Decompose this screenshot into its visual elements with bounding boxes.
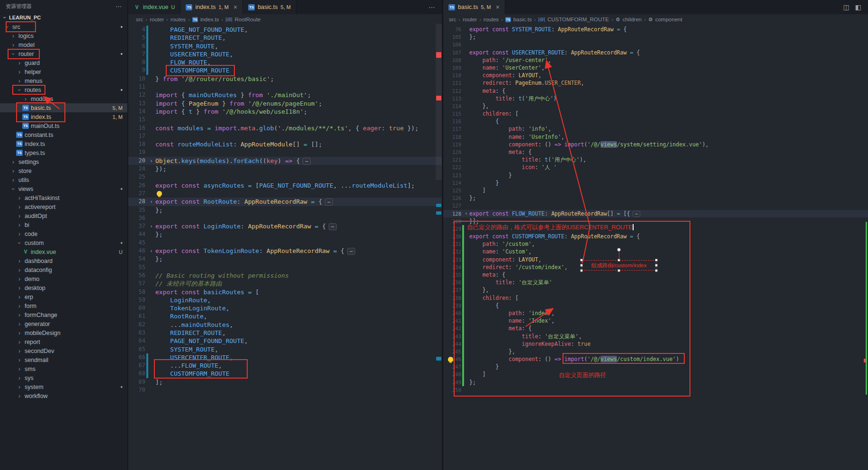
folded-code-badge[interactable]: ⋯ <box>329 223 337 230</box>
lightbulb-icon[interactable] <box>448 357 453 362</box>
folder-activereport[interactable]: ›activereport <box>0 202 127 211</box>
folder-utils[interactable]: ›utils <box>0 175 127 184</box>
tab-basic.ts[interactable]: TSbasic.ts5, M× <box>443 0 505 14</box>
chevron-right-icon: › <box>16 258 23 264</box>
line-number: 124 <box>443 179 461 187</box>
lightbulb-icon[interactable] <box>157 191 162 196</box>
breadcrumb-item[interactable]: src <box>136 17 143 22</box>
folded-code-badge[interactable]: ⋯ <box>303 158 311 165</box>
folder-code[interactable]: ›code <box>0 229 127 238</box>
breadcrumb-item[interactable]: routes <box>170 17 186 22</box>
line-number: 10 <box>128 75 145 83</box>
folded-code-badge[interactable]: ⋯ <box>325 199 333 206</box>
folder-views[interactable]: ›views● <box>0 184 127 193</box>
breadcrumb-item[interactable]: routes <box>483 17 499 22</box>
folder-settings[interactable]: ›settings <box>0 157 127 166</box>
fold-chevron-icon[interactable]: › <box>148 222 154 230</box>
file-index.ts[interactable]: TSindex.ts1, M <box>0 112 127 121</box>
folder-sms[interactable]: ›sms <box>0 364 127 373</box>
breadcrumb-item[interactable]: src <box>449 17 456 22</box>
folder-store[interactable]: ›store <box>0 166 127 175</box>
folder-custom[interactable]: ›custom● <box>0 238 127 247</box>
close-icon[interactable]: × <box>233 3 237 11</box>
breadcrumb-item[interactable]: index.ts <box>200 17 219 22</box>
breadcrumb-item[interactable]: CUSTOMFORM_ROUTE <box>547 17 609 22</box>
tab-basic.ts[interactable]: TSbasic.ts5, M <box>243 0 296 14</box>
folder-generator[interactable]: ›generator <box>0 319 127 328</box>
breadcrumb-item[interactable]: children <box>623 17 642 22</box>
breadcrumb-item[interactable]: RootRoute <box>235 17 261 22</box>
file-basic.ts[interactable]: TSbasic.ts5, M <box>0 103 127 112</box>
line-number: 234 <box>443 263 461 271</box>
line-number: 249 <box>443 379 461 386</box>
folder-desktop[interactable]: ›desktop <box>0 283 127 292</box>
code-editor-left[interactable]: 4 PAGE_NOT_FOUND_ROUTE,5 REDIRECT_ROUTE,… <box>128 25 442 470</box>
folder-sys[interactable]: ›sys <box>0 373 127 382</box>
fold-chevron-icon[interactable]: › <box>148 247 154 255</box>
breadcrumb-item[interactable]: router <box>463 17 477 22</box>
git-gutter-mark <box>462 79 464 87</box>
breadcrumb-item[interactable]: component <box>655 17 682 22</box>
fold-chevron-icon[interactable]: › <box>464 210 468 217</box>
code-editor-right[interactable]: 76export const SYSTEM_ROUTE: AppRouteRec… <box>443 25 868 470</box>
views-and-more-actions-icon[interactable]: ⋯ <box>116 3 122 10</box>
folder-secondDev[interactable]: ›secondDev <box>0 346 127 355</box>
project-section-header[interactable]: › LEARUN_PC <box>0 12 127 22</box>
breadcrumb-item[interactable]: basic.ts <box>513 17 532 22</box>
folder-demo[interactable]: ›demo <box>0 274 127 283</box>
folder-src[interactable]: ›src● <box>0 22 127 31</box>
editor-layout-icon[interactable]: ◧ <box>855 3 861 11</box>
line-number: 4 <box>128 26 145 34</box>
folder-auditOpt[interactable]: ›auditOpt <box>0 211 127 220</box>
folder-routes[interactable]: ›routes● <box>0 85 127 94</box>
file-constant.ts[interactable]: TSconstant.ts <box>0 130 127 139</box>
fold-chevron-icon[interactable]: › <box>148 157 154 165</box>
close-icon[interactable]: × <box>496 3 500 11</box>
folder-helper[interactable]: ›helper <box>0 67 127 76</box>
folder-router[interactable]: ›router● <box>0 49 127 58</box>
folder-dataconfig[interactable]: ›dataconfig <box>0 265 127 274</box>
git-gutter-mark <box>146 255 148 263</box>
folder-modules[interactable]: ›modules <box>0 94 127 103</box>
symbol-property-icon: ⚙ <box>648 17 653 23</box>
folder-model[interactable]: ›model <box>0 40 127 49</box>
code-line-238: 238 children: [ <box>443 294 868 302</box>
folder-report[interactable]: ›report <box>0 337 127 346</box>
folder-formChange[interactable]: ›formChange <box>0 310 127 319</box>
code-line-15: 15 <box>128 116 442 124</box>
file-mainOut.ts[interactable]: TSmainOut.ts <box>0 121 127 130</box>
line-number: 24 <box>128 165 145 173</box>
folder-logics[interactable]: ›logics <box>0 31 127 40</box>
folded-code-badge[interactable]: ⋯ <box>347 248 355 255</box>
git-gutter-mark <box>146 116 148 124</box>
folder-erp[interactable]: ›erp <box>0 292 127 301</box>
tabbar-left: Vindex.vueUTSindex.ts1, M×TSbasic.ts5, M… <box>128 0 442 14</box>
folder-bi[interactable]: ›bi <box>0 220 127 229</box>
folder-system[interactable]: ›system● <box>0 382 127 391</box>
code-text: path: 'index', <box>469 309 555 317</box>
tab-index.vue[interactable]: Vindex.vueU <box>128 0 180 14</box>
folded-code-badge[interactable]: ⋯ <box>633 211 640 217</box>
item-label: sys <box>25 375 34 381</box>
git-gutter-mark <box>462 279 464 286</box>
chevron-right-icon: › <box>10 159 17 165</box>
tab-index.ts[interactable]: TSindex.ts1, M× <box>180 0 243 14</box>
fold-chevron-icon[interactable]: › <box>148 198 154 206</box>
split-editor-icon[interactable]: ◫ <box>843 3 850 11</box>
file-types.ts[interactable]: TStypes.ts <box>0 148 127 157</box>
git-gutter-mark <box>146 337 148 345</box>
folder-workflow[interactable]: ›workflow <box>0 391 127 400</box>
folder-guard[interactable]: ›guard <box>0 58 127 67</box>
breadcrumb-item[interactable]: router <box>150 17 164 22</box>
file-index.ts[interactable]: TSindex.ts <box>0 139 127 148</box>
code-text: }); <box>155 165 166 173</box>
file-index.vue[interactable]: Vindex.vueU <box>0 247 127 256</box>
folder-dashboard[interactable]: ›dashboard <box>0 256 127 265</box>
folder-mobileDesign[interactable]: ›mobileDesign <box>0 328 127 337</box>
folder-menus[interactable]: ›menus <box>0 76 127 85</box>
git-gutter-mark <box>146 58 148 66</box>
folder-sendmail[interactable]: ›sendmail <box>0 355 127 364</box>
more-actions-icon[interactable]: ⋯ <box>422 3 442 11</box>
folder-actHiTaskinst[interactable]: ›actHiTaskinst <box>0 193 127 202</box>
folder-form[interactable]: ›form <box>0 301 127 310</box>
